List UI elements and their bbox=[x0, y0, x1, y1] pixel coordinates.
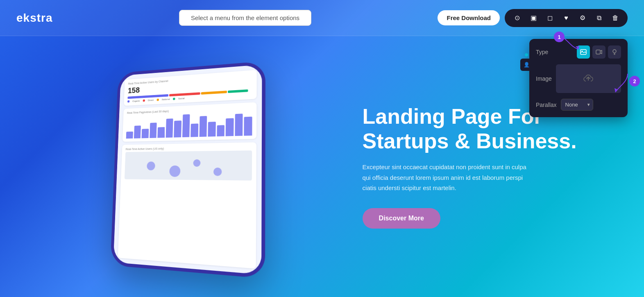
dashboard-active-users: Real-Time Active Users by Channel 158 Or… bbox=[124, 70, 257, 106]
chart-bar-13 bbox=[226, 118, 234, 136]
hero-description: Excepteur sint occaecat cupidatat non pr… bbox=[363, 162, 535, 193]
text-content: Landing Page For Startups & Business. Ex… bbox=[354, 104, 644, 228]
chart-bar-6 bbox=[166, 118, 173, 138]
toolbar-icon-heart[interactable]: ♥ bbox=[560, 11, 573, 25]
legend-label-referral: Referral bbox=[162, 98, 170, 101]
hero-background: ekstra Select a menu from the element op… bbox=[0, 0, 644, 297]
parallax-select-wrap: None Slow Medium Fast ▼ bbox=[561, 99, 593, 111]
panel-parallax-row: Parallax None Slow Medium Fast ▼ bbox=[536, 99, 621, 111]
panel-image-row: Image bbox=[536, 64, 621, 93]
arrow-2 bbox=[611, 72, 632, 96]
legend-dot-social bbox=[173, 97, 175, 100]
toolbar-icon-square-cut[interactable]: ▣ bbox=[527, 11, 540, 25]
map-dot-2 bbox=[169, 166, 180, 177]
chart-pageviews: Real-Time Pageviews (Last 30 days) bbox=[122, 102, 257, 142]
legend-label-social: Social bbox=[178, 97, 185, 100]
logo: ekstra bbox=[16, 11, 53, 25]
chart-bar-15 bbox=[244, 116, 252, 136]
menu-placeholder: Select a menu from the element options bbox=[179, 10, 311, 26]
chart-bars-container bbox=[126, 110, 252, 138]
top-right-controls: Free Download ⊙ ▣ ◻ ♥ ⚙ ⧉ 🗑 bbox=[438, 9, 628, 27]
legend-dot-referral bbox=[157, 98, 159, 101]
bar-social bbox=[228, 89, 248, 93]
svg-point-5 bbox=[613, 50, 616, 53]
chart-bar-4 bbox=[150, 122, 157, 138]
chart-bar-9 bbox=[191, 123, 199, 137]
side-icon[interactable]: 👤 bbox=[520, 59, 533, 71]
chart-bar-5 bbox=[158, 127, 165, 138]
phone-screen: Real-Time Active Users by Channel 158 Or… bbox=[113, 64, 262, 274]
map-area: Real-Time Active Users (US only) bbox=[118, 142, 256, 269]
panel-type-label: Type bbox=[536, 49, 548, 55]
legend-dot-direct bbox=[143, 99, 145, 102]
toolbar-icon-trash[interactable]: 🗑 bbox=[609, 11, 622, 25]
map-title: Real-Time Active Users (US only) bbox=[126, 145, 252, 150]
upload-cloud-icon bbox=[583, 73, 594, 84]
arrow-1 bbox=[558, 35, 583, 51]
map-dot-3 bbox=[193, 159, 201, 166]
bar-referral bbox=[201, 91, 227, 95]
chart-bar-2 bbox=[134, 125, 141, 138]
phone-area: Real-Time Active Users by Channel 158 Or… bbox=[0, 64, 354, 269]
toolbar-icon-circle[interactable]: ⊙ bbox=[510, 11, 524, 25]
legend-label-direct: Direct bbox=[148, 99, 154, 101]
panel-image-label: Image bbox=[536, 75, 552, 82]
chart-bar-11 bbox=[208, 122, 216, 136]
chart-bar-7 bbox=[174, 120, 182, 137]
map-background bbox=[125, 150, 252, 180]
chart-bar-10 bbox=[200, 116, 207, 136]
phone-mockup: Real-Time Active Users by Channel 158 Or… bbox=[111, 61, 266, 278]
chart-bar-12 bbox=[217, 125, 224, 136]
panel-parallax-label: Parallax bbox=[536, 102, 557, 108]
toolbar-icon-copy[interactable]: ⧉ bbox=[592, 11, 605, 25]
discover-more-button[interactable]: Discover More bbox=[363, 208, 440, 229]
legend-dot-organic bbox=[127, 100, 129, 102]
map-dot-1 bbox=[147, 161, 155, 170]
side-dot bbox=[525, 53, 528, 57]
chart-bar-3 bbox=[142, 129, 149, 138]
toolbar-icon-square[interactable]: ◻ bbox=[543, 11, 556, 25]
legend-label-organic: Organic bbox=[132, 100, 140, 102]
chart-bar-8 bbox=[182, 114, 190, 137]
side-indicators: 👤 bbox=[520, 53, 533, 71]
bar-direct bbox=[169, 92, 200, 96]
parallax-select[interactable]: None Slow Medium Fast bbox=[561, 99, 593, 111]
chart-bar-1 bbox=[126, 131, 133, 138]
top-bar: ekstra Select a menu from the element op… bbox=[0, 0, 644, 36]
free-download-button[interactable]: Free Download bbox=[438, 10, 500, 25]
toolbar-icon-gear[interactable]: ⚙ bbox=[576, 11, 589, 25]
floating-panel: 1 2 👤 Type bbox=[529, 39, 628, 117]
map-dot-4 bbox=[213, 168, 222, 176]
type-icons bbox=[577, 45, 621, 59]
chart-bar-14 bbox=[235, 113, 243, 136]
type-icon-light[interactable] bbox=[608, 45, 621, 59]
toolbar: ⊙ ▣ ◻ ♥ ⚙ ⧉ 🗑 bbox=[505, 9, 628, 27]
type-icon-video[interactable] bbox=[592, 45, 605, 59]
svg-rect-4 bbox=[596, 50, 600, 54]
